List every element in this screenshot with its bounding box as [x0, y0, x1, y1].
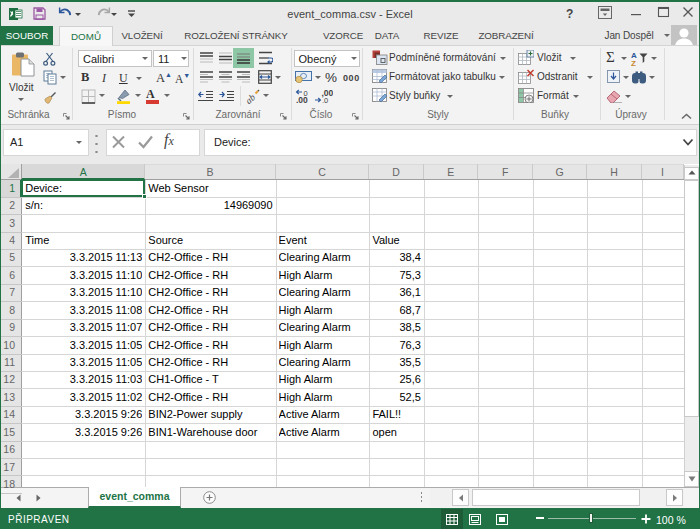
svg-text:,00: ,00	[296, 95, 308, 104]
svg-text:Z: Z	[631, 59, 636, 66]
svg-text:ab: ab	[244, 92, 257, 105]
svg-text:,0: ,0	[322, 96, 328, 104]
